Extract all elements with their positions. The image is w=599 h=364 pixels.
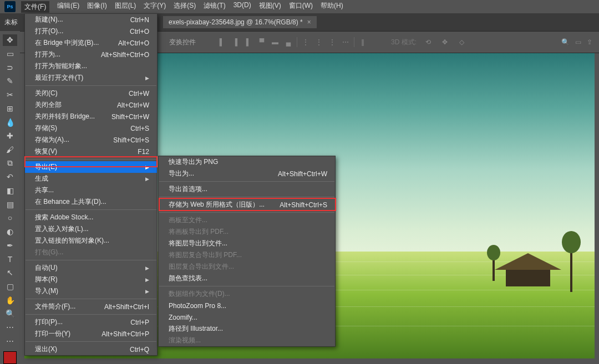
hand-tool[interactable]: ✋ (3, 294, 17, 306)
menu-item[interactable]: 生成▶ (25, 173, 157, 184)
menu-item[interactable]: 打开为...Alt+Shift+Ctrl+O (25, 49, 157, 60)
menu-item[interactable]: 导出首选项... (159, 183, 335, 195)
menu-视图(V)[interactable]: 视图(V) (259, 1, 281, 13)
align-icons: ▌ ▐ ▌ ▀ ▬ ▄ ⋮ ⋮ ⋮ ⋯ ‖ (217, 37, 368, 47)
menu-item[interactable]: 在 Behance 上共享(D)... (25, 196, 157, 208)
menu-item[interactable]: 自动(U)▶ (25, 262, 157, 274)
menu-item: 将画板导出到 PDF... (159, 226, 335, 238)
gradient-tool[interactable]: ▤ (3, 198, 17, 210)
document-tab[interactable]: exels-pixabay-235648.jpg @ 16.7%(RGB/8) … (163, 16, 317, 28)
workspace-icon[interactable]: ▭ (575, 38, 581, 46)
history-brush-tool[interactable]: ↶ (3, 171, 17, 183)
close-icon[interactable]: × (307, 18, 311, 26)
edit-toolbar[interactable]: ⋯ (3, 322, 17, 334)
menu-item[interactable]: 关闭(C)Ctrl+W (25, 88, 157, 99)
menu-item[interactable]: 退出(X)Ctrl+Q (25, 344, 157, 355)
menu-item[interactable]: 打开(O)...Ctrl+O (25, 25, 157, 37)
truncated-left: 未标 (4, 18, 18, 27)
foreground-color[interactable] (3, 351, 17, 364)
menu-item[interactable]: 颜色查找表... (159, 273, 335, 284)
menu-item[interactable]: 最近打开文件(T)▶ (25, 72, 157, 84)
menu-item[interactable]: 在 Bridge 中浏览(B)...Alt+Ctrl+O (25, 37, 157, 49)
menu-item[interactable]: 新建(N)...Ctrl+N (25, 14, 157, 25)
menu-item[interactable]: PhotoZoom Pro 8... (159, 300, 335, 311)
distribute-1-icon[interactable]: ⋮ (301, 37, 311, 47)
menu-item[interactable]: 脚本(R)▶ (25, 274, 157, 285)
menu-item[interactable]: 存储(S)Ctrl+S (25, 122, 157, 134)
clone-tool[interactable]: ⧉ (3, 157, 17, 169)
mode-3d-label: 3D 模式: (391, 38, 417, 47)
menu-item[interactable]: Zoomify... (159, 311, 335, 323)
path-select-tool[interactable]: ↖ (3, 267, 17, 279)
menu-item: 图层复合导出到文件... (159, 261, 335, 273)
menubar: Ps 文件(F)编辑(E)图像(I)图层(L)文字(Y)选择(S)滤镜(T)3D… (0, 0, 599, 13)
align-top-icon[interactable]: ▀ (257, 37, 267, 47)
menu-item: 将图层复合导出到 PDF... (159, 249, 335, 261)
menu-图像(I)[interactable]: 图像(I) (87, 1, 106, 13)
menu-选择(S)[interactable]: 选择(S) (174, 1, 196, 13)
menu-item[interactable]: 打印一份(Y)Alt+Shift+Ctrl+P (25, 328, 157, 340)
menu-帮助(H)[interactable]: 帮助(H) (321, 1, 343, 13)
menu-图层(L)[interactable]: 图层(L) (115, 1, 136, 13)
menu-item[interactable]: 打开为智能对象... (25, 60, 157, 72)
menu-item[interactable]: 搜索 Adobe Stock... (25, 212, 157, 223)
hut (495, 253, 561, 286)
type-tool[interactable]: T (3, 253, 17, 265)
frame-tool[interactable]: ⊞ (3, 103, 17, 115)
menu-item[interactable]: 快速导出为 PNG (159, 156, 335, 168)
pan-icon[interactable]: ✥ (440, 37, 450, 47)
align-right-icon[interactable]: ▌ (243, 37, 253, 47)
menu-item[interactable]: 将图层导出到文件... (159, 238, 335, 249)
app-icon: Ps (4, 1, 16, 12)
more-icon[interactable]: ⋯ (341, 37, 351, 47)
orbit-icon[interactable]: ⟲ (423, 37, 433, 47)
menu-item[interactable]: 恢复(V)F12 (25, 146, 157, 157)
search-icon[interactable]: 🔍 (561, 38, 570, 46)
more-tools[interactable]: ⋯ (3, 335, 17, 347)
rectangle-tool[interactable]: ▢ (3, 281, 17, 293)
marquee-tool[interactable]: ▭ (3, 48, 17, 60)
menu-item[interactable]: 共享... (25, 184, 157, 196)
menu-item[interactable]: 文件简介(F)...Alt+Shift+Ctrl+I (25, 301, 157, 312)
menu-item[interactable]: 关闭并转到 Bridge...Shift+Ctrl+W (25, 111, 157, 122)
share-icon[interactable]: ⇪ (587, 38, 592, 46)
crop-tool[interactable]: ✂ (3, 89, 17, 101)
menu-文件(F)[interactable]: 文件(F) (21, 1, 49, 13)
menu-3D(D)[interactable]: 3D(D) (233, 1, 251, 13)
dodge-tool[interactable]: ◐ (3, 226, 17, 238)
menu-item[interactable]: 导入(M)▶ (25, 285, 157, 297)
align-center-h-icon[interactable]: ▐ (230, 37, 240, 47)
menu-item[interactable]: 导出(E)▶ (25, 161, 157, 173)
menu-item[interactable]: 关闭全部Alt+Ctrl+W (25, 99, 157, 111)
menu-item[interactable]: 置入嵌入对象(L)... (25, 223, 157, 235)
eraser-tool[interactable]: ◧ (3, 185, 17, 197)
brush-tool[interactable]: 🖌 (3, 144, 17, 156)
lasso-tool[interactable]: ⊃ (3, 61, 17, 73)
menu-文字(Y)[interactable]: 文字(Y) (144, 1, 166, 13)
distribute-2-icon[interactable]: ⋮ (314, 37, 324, 47)
distribute-3-icon[interactable]: ⋮ (327, 37, 337, 47)
menu-item[interactable]: 置入链接的智能对象(K)... (25, 235, 157, 247)
file-menu: 新建(N)...Ctrl+N打开(O)...Ctrl+O在 Bridge 中浏览… (24, 13, 158, 356)
pen-tool[interactable]: ✒ (3, 240, 17, 252)
menu-item[interactable]: 导出为...Alt+Shift+Ctrl+W (159, 168, 335, 180)
align-bottom-icon[interactable]: ▄ (283, 37, 293, 47)
menu-滤镜(T)[interactable]: 滤镜(T) (204, 1, 225, 13)
blur-tool[interactable]: ○ (3, 212, 17, 224)
menu-item[interactable]: 存储为 Web 所用格式（旧版）...Alt+Shift+Ctrl+S (159, 199, 335, 211)
quick-select-tool[interactable]: ✎ (3, 75, 17, 87)
align-center-v-icon[interactable]: ▬ (270, 37, 280, 47)
distribute-h-icon[interactable]: ‖ (358, 37, 368, 47)
dolly-icon[interactable]: ◇ (456, 37, 466, 47)
menu-item: 画板至文件... (159, 214, 335, 226)
menu-item[interactable]: 存储为(A)...Shift+Ctrl+S (25, 134, 157, 146)
healing-tool[interactable]: ✚ (3, 130, 17, 142)
menu-item[interactable]: 打印(P)...Ctrl+P (25, 316, 157, 328)
move-tool[interactable]: ✥ (3, 34, 17, 46)
zoom-tool[interactable]: 🔍 (3, 308, 17, 320)
menu-窗口(W)[interactable]: 窗口(W) (289, 1, 313, 13)
menu-编辑(E)[interactable]: 编辑(E) (57, 1, 79, 13)
menu-item[interactable]: 路径到 Illustrator... (159, 323, 335, 335)
align-left-icon[interactable]: ▌ (217, 37, 227, 47)
eyedropper-tool[interactable]: 💧 (3, 116, 17, 128)
